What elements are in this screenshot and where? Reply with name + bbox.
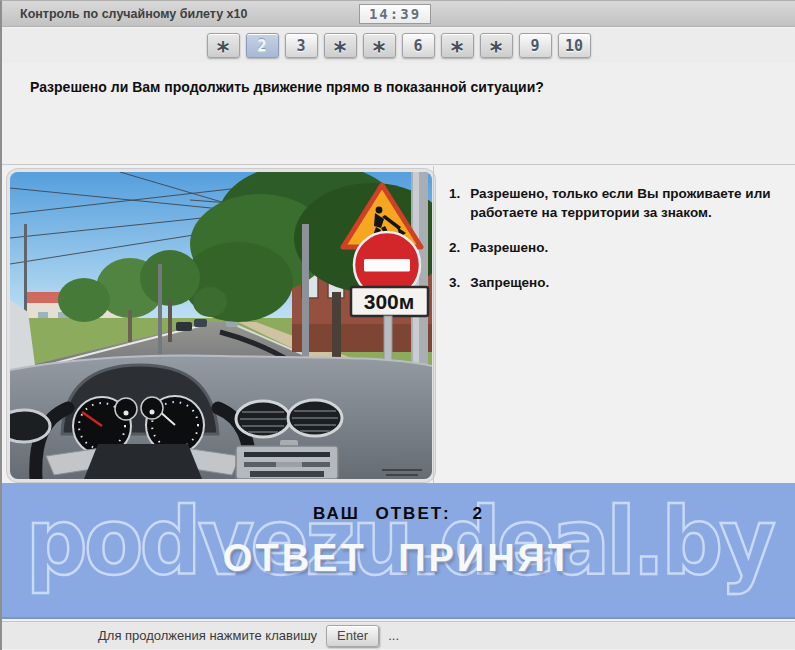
question-tabs: * 2 3 * * 6 * * 9 10 [2, 28, 795, 63]
plate-text: 300м [364, 290, 415, 313]
tab-question-1[interactable]: * [207, 33, 240, 58]
answer-list: 1. Разрешено, только если Вы проживаете … [449, 185, 787, 309]
tab-question-2[interactable]: 2 [246, 33, 279, 58]
answer-option-1[interactable]: 1. Разрешено, только если Вы проживаете … [449, 185, 787, 223]
tab-question-6[interactable]: 6 [402, 33, 435, 58]
question-text: Разрешено ли Вам продолжить движение пря… [30, 79, 767, 95]
answer-accepted-status: ОТВЕТ ПРИНЯТ [2, 537, 795, 580]
answer-text: Разрешено. [470, 239, 548, 258]
car-dashboard [10, 355, 432, 479]
footer-bar: Для продолжения нажмите клавишу Enter ..… [2, 621, 795, 649]
title-bar: Контроль по случайному билету x10 14:39 [2, 1, 795, 27]
answer-number: 1. [449, 185, 460, 223]
enter-keycap: Enter [326, 625, 379, 647]
exam-window: Контроль по случайному билету x10 14:39 … [0, 0, 795, 650]
radio-console [236, 446, 338, 479]
tab-question-3[interactable]: 3 [285, 33, 318, 58]
answer-text: Разрешено, только если Вы проживаете или… [470, 185, 787, 223]
answer-number: 3. [449, 274, 460, 293]
question-area: Разрешено ли Вам продолжить движение пря… [2, 63, 795, 165]
answer-text: Запрещено. [470, 274, 549, 293]
tab-question-10[interactable]: 10 [558, 33, 591, 58]
content-divider [433, 166, 434, 483]
situation-photo: 300м [10, 172, 432, 479]
your-answer-label: ВАШ ОТВЕТ: [313, 504, 451, 523]
answer-option-3[interactable]: 3. Запрещено. [449, 274, 787, 293]
street-scene-image: 300м [10, 172, 432, 479]
tab-question-5[interactable]: * [363, 33, 396, 58]
result-panel: podvezu.deal.by ВАШ ОТВЕТ:2 ОТВЕТ ПРИНЯТ [2, 483, 795, 619]
tab-question-7[interactable]: * [441, 33, 474, 58]
window-title: Контроль по случайному билету x10 [20, 1, 247, 27]
ellipsis: ... [388, 628, 399, 643]
countdown-timer: 14:39 [359, 4, 431, 24]
tab-question-9[interactable]: 9 [519, 33, 552, 58]
continue-prompt: Для продолжения нажмите клавишу [98, 628, 317, 643]
answer-number: 2. [449, 239, 460, 258]
your-answer-value: 2 [473, 504, 484, 523]
your-answer-line: ВАШ ОТВЕТ:2 [2, 483, 795, 524]
answer-option-2[interactable]: 2. Разрешено. [449, 239, 787, 258]
tab-question-8[interactable]: * [480, 33, 513, 58]
tab-question-4[interactable]: * [324, 33, 357, 58]
